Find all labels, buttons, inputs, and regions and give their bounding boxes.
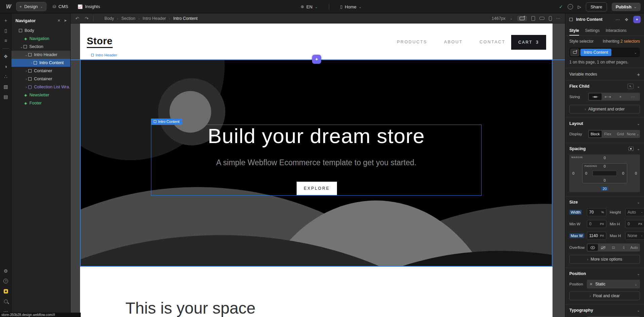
pin-icon[interactable]: ➤ <box>64 18 67 23</box>
undo-icon[interactable]: ↶ <box>75 16 79 21</box>
add-elements-icon[interactable]: + <box>0 15 11 26</box>
overflow-auto-option[interactable]: Auto <box>629 244 639 251</box>
next-section[interactable]: This is your space <box>80 267 553 317</box>
chevron-down-icon[interactable]: ⌄ <box>637 308 640 313</box>
nav-link-about[interactable]: ABOUT <box>444 40 463 44</box>
clear-icon[interactable]: ✕ <box>590 282 593 286</box>
element-menu-icon[interactable]: ⋯ <box>615 17 620 22</box>
chevron-down-icon[interactable]: ⌄ <box>637 272 640 276</box>
breakpoint-phone-landscape-icon[interactable] <box>539 17 544 20</box>
intro-header-tag[interactable]: Intro Header <box>91 53 117 57</box>
nav-link-products[interactable]: PRODUCTS <box>397 40 427 44</box>
tree-item-footer[interactable]: ◈ Footer <box>11 99 70 107</box>
section-heading[interactable]: This is your space <box>125 299 256 317</box>
navigator-icon[interactable]: ≡ <box>0 36 11 46</box>
ai-sparkle-button[interactable]: ✦ <box>633 16 641 23</box>
breakpoint-tablet-icon[interactable] <box>531 16 535 21</box>
chevron-right-icon[interactable]: › <box>30 61 34 65</box>
width-label[interactable]: Width <box>569 210 582 215</box>
selected-element-tag[interactable]: Intro Content <box>151 119 182 125</box>
selected-class-pill[interactable]: Intro Content <box>580 49 611 56</box>
padding-right-value[interactable]: 0 <box>622 171 624 175</box>
position-dropdown[interactable]: ✕ Static ⌄ <box>587 280 640 288</box>
chevron-right-icon[interactable]: › <box>24 69 28 73</box>
insights-button[interactable]: 📈 Insights <box>75 2 103 11</box>
tab-settings[interactable]: Settings <box>585 26 600 35</box>
padding-top-value[interactable]: 0 <box>582 164 627 168</box>
margin-right-value[interactable]: 0 <box>635 171 637 175</box>
max-width-input[interactable]: 1140PX <box>587 232 606 240</box>
float-and-clear-button[interactable]: › Float and clear <box>569 291 640 300</box>
breadcrumb-section[interactable]: Section <box>121 16 136 21</box>
libraries-icon[interactable]: ▤ <box>0 92 11 102</box>
height-input[interactable]: Auto- <box>625 208 644 216</box>
chevron-down-icon[interactable]: ⌄ <box>634 51 637 54</box>
display-none-option[interactable]: None⌄ <box>627 131 640 137</box>
max-height-input[interactable]: None- <box>625 232 644 240</box>
chevron-right-icon[interactable]: › <box>24 77 28 81</box>
chevron-down-icon[interactable]: ⌄ <box>637 84 640 89</box>
breakpoint-desktop-icon[interactable] <box>517 16 527 21</box>
padding-widget[interactable]: PADDING 0 0 0 0 <box>582 163 627 183</box>
locale-switcher[interactable]: ⊕ EN ⌄ <box>298 3 321 11</box>
tree-item-intro-content-selected[interactable]: › Intro Content <box>11 59 70 67</box>
site-page[interactable]: Store PRODUCTS ABOUT CONTACT CART 3 <box>80 24 553 317</box>
search-icon[interactable] <box>0 296 11 306</box>
inherited-selectors-link[interactable]: 2 selectors <box>620 39 640 44</box>
sizing-more-icon[interactable]: ⋯ <box>627 93 640 100</box>
chevron-down-icon[interactable]: ⌄ <box>637 122 640 126</box>
breakpoint-phone-portrait-icon[interactable] <box>549 16 552 21</box>
sizing-shrink-icon[interactable]: ⇥⇤ <box>589 93 602 100</box>
margin-bottom-value[interactable]: 20 <box>569 187 640 191</box>
cms-button[interactable]: ⛁ CMS <box>50 2 71 11</box>
nav-link-contact[interactable]: CONTACT <box>480 40 505 44</box>
alignment-and-order-button[interactable]: › Alignment and order <box>569 105 640 114</box>
add-variable-mode-icon[interactable]: + <box>637 72 640 77</box>
tree-item-container[interactable]: › Container <box>11 67 70 75</box>
site-logo[interactable]: Store <box>87 36 113 48</box>
margin-left-value[interactable]: 0 <box>572 171 574 175</box>
sizing-fixed-icon[interactable]: × <box>614 93 627 100</box>
sizing-grow-icon[interactable]: ⇤⇥ <box>602 93 614 100</box>
publish-button[interactable]: Publish ⌄ <box>612 3 641 11</box>
tab-style[interactable]: Style <box>569 26 579 35</box>
hero-section[interactable]: Build your dream store A simple Webflow … <box>80 59 553 267</box>
style-libraries-icon[interactable]: ◑ <box>0 61 11 72</box>
chevron-down-icon[interactable]: ⌄ <box>637 200 640 205</box>
create-component-icon[interactable]: ❖ <box>624 17 629 22</box>
tree-item-body[interactable]: Body <box>11 27 70 35</box>
min-width-input[interactable]: 0PX <box>587 220 606 228</box>
design-mode-button[interactable]: ⌖ Design ⌄ <box>16 2 46 11</box>
spacing-options-icon[interactable] <box>629 147 634 151</box>
display-block-option[interactable]: Block <box>589 131 602 137</box>
share-button[interactable]: Share <box>586 2 607 11</box>
variables-icon[interactable]: ∴ <box>0 72 11 82</box>
help-icon[interactable]: ? <box>0 276 11 286</box>
width-input[interactable]: 70% <box>587 208 606 216</box>
min-height-input[interactable]: 0PX <box>625 220 644 228</box>
tab-interactions[interactable]: Interactions <box>606 26 627 35</box>
tree-item-section[interactable]: ⌄ Section <box>11 43 70 51</box>
more-size-options-button[interactable]: › More size options <box>569 255 640 264</box>
inherited-from-icon[interactable]: ↖ <box>628 84 634 89</box>
close-icon[interactable]: ✕ <box>58 18 61 23</box>
padding-left-value[interactable]: 0 <box>585 171 587 175</box>
preview-icon[interactable]: ▷ <box>578 4 581 9</box>
viewport-width-value[interactable]: 1467px <box>492 16 505 21</box>
margin-top-value[interactable]: 0 <box>569 156 640 160</box>
components-icon[interactable]: ❖ <box>0 51 11 61</box>
class-selector-input[interactable]: Intro Content ⌄ <box>569 48 640 57</box>
comments-icon[interactable]: – <box>568 4 573 9</box>
settings-gear-icon[interactable]: ⚙ <box>0 266 11 276</box>
tree-item-container[interactable]: › Container <box>11 75 70 83</box>
assets-icon[interactable]: ▧ <box>0 82 11 92</box>
max-width-label[interactable]: Max W <box>569 233 584 238</box>
overflow-clip-icon[interactable]: ⇩ <box>618 244 629 251</box>
spacing-widget[interactable]: MARGIN 0 0 0 20 PADDING 0 0 0 0 <box>569 154 640 192</box>
tree-item-intro-header[interactable]: ⌄ Intro Header <box>11 51 70 59</box>
more-breakpoints-icon[interactable]: ⋯ <box>556 16 561 21</box>
chevron-down-icon[interactable]: ⌄ <box>24 53 28 57</box>
page-switcher[interactable]: ▯ Home ⌄ <box>337 3 365 11</box>
breadcrumb-intro-header[interactable]: Intro Header <box>143 16 166 21</box>
yellow-app-badge-icon[interactable] <box>0 286 11 296</box>
